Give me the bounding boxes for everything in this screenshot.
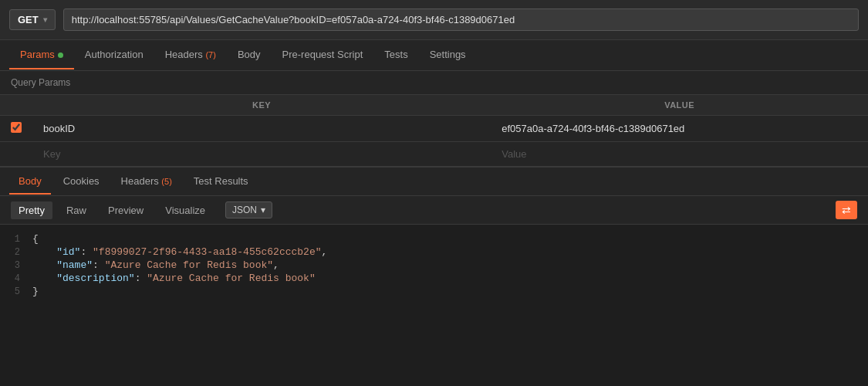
tab-params-label: Params <box>20 49 55 60</box>
response-tab-testresults[interactable]: Test Results <box>184 169 258 195</box>
format-tab-pretty-label: Pretty <box>19 205 45 216</box>
table-row: bookID ef057a0a-a724-40f3-bf46-c1389d067… <box>0 116 868 142</box>
tab-prerequest-label: Pre-request Script <box>282 49 363 60</box>
tab-settings-label: Settings <box>430 49 466 60</box>
response-tab-body-label: Body <box>19 175 42 187</box>
format-tab-preview-label: Preview <box>108 205 144 216</box>
code-content-2: "id": "f8999027-2f96-4433-aa18-455c62ccc… <box>32 246 327 258</box>
code-line-5: 5 } <box>0 285 868 298</box>
response-tab-testresults-label: Test Results <box>194 175 248 187</box>
line-num-1: 1 <box>0 234 32 245</box>
response-tabs: Body Cookies Headers (5) Test Results <box>0 167 868 196</box>
tab-headers[interactable]: Headers (7) <box>154 41 227 69</box>
params-dot <box>58 52 63 58</box>
empty-checkbox-cell <box>0 142 32 167</box>
key-col-header: KEY <box>32 95 491 116</box>
wrap-icon[interactable]: ⇄ <box>836 201 857 219</box>
tab-tests-label: Tests <box>384 49 407 60</box>
line-num-4: 4 <box>0 273 32 284</box>
code-content-3: "name": "Azure Cache for Redis book", <box>32 259 279 271</box>
headers-badge: (7) <box>205 50 215 59</box>
code-content-5: } <box>32 286 39 297</box>
line-num-3: 3 <box>0 260 32 271</box>
code-line-4: 4 "description": "Azure Cache for Redis … <box>0 272 868 285</box>
method-chevron-icon: ▾ <box>43 15 47 24</box>
code-content-1: { <box>32 233 39 245</box>
format-tab-preview[interactable]: Preview <box>100 201 151 219</box>
row-key[interactable]: bookID <box>32 116 491 142</box>
format-tab-pretty[interactable]: Pretty <box>11 201 52 219</box>
row-checkbox-cell <box>0 116 32 142</box>
format-tab-raw-label: Raw <box>66 205 86 216</box>
format-tab-visualize[interactable]: Visualize <box>157 201 213 219</box>
value-placeholder[interactable]: Value <box>491 142 868 167</box>
format-bar: Pretty Raw Preview Visualize JSON ▾ ⇄ <box>0 196 868 225</box>
tab-tests[interactable]: Tests <box>373 41 418 69</box>
response-tab-cookies-label: Cookies <box>63 175 100 187</box>
json-format-select[interactable]: JSON ▾ <box>225 201 272 218</box>
format-tab-visualize-label: Visualize <box>165 205 205 216</box>
code-line-1: 1 { <box>0 232 868 245</box>
json-format-label: JSON <box>232 205 257 215</box>
value-col-header: VALUE <box>491 95 868 116</box>
url-input[interactable] <box>63 8 859 31</box>
line-num-2: 2 <box>0 247 32 258</box>
checkbox-col-header <box>0 95 32 116</box>
row-value[interactable]: ef057a0a-a724-40f3-bf46-c1389d0671ed <box>491 116 868 142</box>
tab-body[interactable]: Body <box>227 41 272 69</box>
tab-authorization-label: Authorization <box>85 49 144 60</box>
response-tab-headers[interactable]: Headers (5) <box>112 169 181 195</box>
code-content-4: "description": "Azure Cache for Redis bo… <box>32 273 316 284</box>
method-label: GET <box>18 14 39 25</box>
line-num-5: 5 <box>0 286 32 297</box>
request-tabs: Params Authorization Headers (7) Body Pr… <box>0 40 868 71</box>
table-empty-row: Key Value <box>0 142 868 167</box>
url-bar: GET ▾ <box>0 0 868 40</box>
key-placeholder[interactable]: Key <box>32 142 491 167</box>
json-format-chevron-icon: ▾ <box>261 205 265 215</box>
tab-headers-label: Headers <box>165 49 206 60</box>
code-line-3: 3 "name": "Azure Cache for Redis book", <box>0 259 868 272</box>
tab-authorization[interactable]: Authorization <box>74 41 154 69</box>
response-headers-badge: (5) <box>161 177 171 186</box>
method-select[interactable]: GET ▾ <box>9 9 56 30</box>
row-checkbox[interactable] <box>11 122 22 133</box>
tab-settings[interactable]: Settings <box>419 41 477 69</box>
code-line-2: 2 "id": "f8999027-2f96-4433-aa18-455c62c… <box>0 245 868 259</box>
response-tab-body[interactable]: Body <box>9 169 51 195</box>
params-table: KEY VALUE bookID ef057a0a-a724-40f3-bf46… <box>0 95 868 167</box>
format-tab-raw[interactable]: Raw <box>59 201 94 219</box>
tab-body-label: Body <box>238 49 261 60</box>
tab-params[interactable]: Params <box>9 41 74 69</box>
query-params-label: Query Params <box>0 71 868 95</box>
tab-prerequest[interactable]: Pre-request Script <box>272 41 374 69</box>
response-tab-cookies[interactable]: Cookies <box>54 169 109 195</box>
response-tab-headers-label: Headers <box>121 175 162 187</box>
code-area: 1 { 2 "id": "f8999027-2f96-4433-aa18-455… <box>0 225 868 306</box>
